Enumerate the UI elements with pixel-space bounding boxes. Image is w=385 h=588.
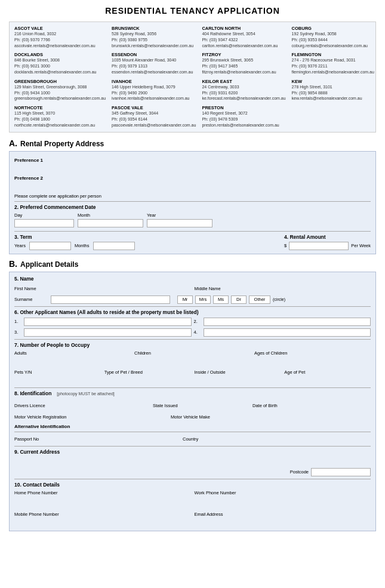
per-week-label: Per Week <box>351 243 371 248</box>
office-flemington: FLEMINGTON 274 - 276 Racecourse Road, 30… <box>289 51 377 76</box>
office-ascot-vale: ASCOT VALE 216 Union Road, 3032 Ph: (03)… <box>12 24 108 50</box>
month-label: Month <box>78 213 143 218</box>
ages-of-children-label: Ages of Children <box>254 350 371 356</box>
postcode-input[interactable] <box>311 468 371 476</box>
work-phone-label: Work Phone Number <box>195 490 371 495</box>
office-docklands: DOCKLANDS 846 Bourke Street, 3008 Ph: (0… <box>12 51 108 76</box>
other-name-1-input[interactable] <box>24 318 192 326</box>
office-keilor-east: KEILOR EAST 24 Centreway, 3033 Ph: (03) … <box>199 78 288 103</box>
rental-amount-input[interactable] <box>289 242 349 250</box>
day-input[interactable] <box>14 219 74 227</box>
id-title: 8. Identification <box>14 390 51 396</box>
ages-of-children-input[interactable] <box>254 357 371 366</box>
salutation-dr[interactable]: Dr <box>231 295 247 304</box>
other-name-3-input[interactable] <box>24 328 192 337</box>
pets-yn-input[interactable] <box>14 376 101 385</box>
salutation-mr[interactable]: Mr <box>177 295 193 304</box>
office-carlton-north: CARLTON NORTH 404 Rathdowne Street, 3054… <box>199 24 288 50</box>
section-a-form: Preference 1 Preference 2 Please complet… <box>9 151 376 254</box>
other-name-3-label: 3. <box>14 330 21 335</box>
office-greensborough: GREENSBOROUGH 129 Main Street, Greensbor… <box>12 78 108 103</box>
year-input[interactable] <box>147 219 212 227</box>
age-of-pet-input[interactable] <box>284 376 371 385</box>
months-input[interactable] <box>93 242 135 250</box>
section-b-form: 5. Name First Name Middle Name Surname M… <box>9 272 376 531</box>
first-name-label: First Name <box>14 286 47 291</box>
mobile-input[interactable] <box>14 518 191 527</box>
children-label: Children <box>134 350 251 356</box>
salutation-other[interactable]: Other <box>249 295 270 304</box>
salutation-mrs[interactable]: Mrs <box>195 295 211 304</box>
current-address-input[interactable] <box>14 457 371 466</box>
office-coburg: COBURG 192 Sydney Road, 3058 Ph: (03) 93… <box>289 24 377 50</box>
name-title: 5. Name <box>14 276 371 282</box>
email-label: Email Address <box>195 512 371 517</box>
middle-name-input[interactable] <box>231 284 371 293</box>
drivers-licence-input[interactable] <box>72 401 149 410</box>
surname-input[interactable] <box>51 295 170 304</box>
contact-title: 10. Contact Details <box>14 482 371 488</box>
other-names-title: 6. Other Applicant Names (All adults to … <box>14 309 371 315</box>
motor-vehicle-make-input[interactable] <box>214 412 371 421</box>
adults-input[interactable] <box>14 357 131 366</box>
photocopy-note: [photocopy MUST be attached] <box>57 392 114 396</box>
day-label: Day <box>14 213 74 218</box>
other-name-2-input[interactable] <box>204 318 371 326</box>
term-title: 3. Term <box>14 234 135 240</box>
month-input[interactable] <box>78 219 143 227</box>
state-issued-label: State Issued <box>153 403 186 408</box>
pet-type-input[interactable] <box>104 376 191 385</box>
home-phone-input[interactable] <box>14 497 191 506</box>
office-pascoe-vale: PASCOE VALE 345 Gaffney Street, 3044 Ph:… <box>109 104 198 129</box>
inside-outside-label: Inside / Outside <box>195 370 281 375</box>
date-of-birth-label: Date of Birth <box>252 403 285 408</box>
alt-id-label: Alternative Identification <box>14 424 371 429</box>
currency-symbol: $ <box>284 243 287 248</box>
office-essendon: ESSENDON 1035 Mount Alexander Road, 3040… <box>109 51 198 76</box>
office-empty <box>289 104 377 129</box>
pref1-label: Preference 1 <box>14 158 371 163</box>
state-issued-input[interactable] <box>189 401 249 410</box>
office-fitzroy: FITZROY 295 Brunswick Street, 3065 Ph: (… <box>199 51 288 76</box>
work-phone-input[interactable] <box>195 497 371 506</box>
country-input[interactable] <box>219 435 371 444</box>
passport-label: Passport No <box>14 436 68 442</box>
home-phone-label: Home Phone Number <box>14 490 191 495</box>
application-note: Please complete one application per pers… <box>14 193 371 199</box>
email-input[interactable] <box>195 518 371 527</box>
office-ivanhoe: IVANHOE 146 Upper Heidelberg Road, 3079 … <box>109 78 198 103</box>
salutation-ms[interactable]: Ms <box>213 295 229 304</box>
motor-vehicle-reg-input[interactable] <box>72 412 167 421</box>
pref2-label: Preference 2 <box>14 176 371 181</box>
people-title: 7. Number of People to Occupy <box>14 342 371 348</box>
pets-yn-label: Pets Y/N <box>14 370 101 375</box>
office-grid: ASCOT VALE 216 Union Road, 3032 Ph: (03)… <box>9 21 376 133</box>
pet-type-label: Type of Pet / Breed <box>104 370 191 375</box>
country-label: Country <box>183 436 215 442</box>
children-input[interactable] <box>134 357 251 366</box>
office-brunswick: BRUNSWICK 528 Sydney Road, 3056 Ph: (03)… <box>109 24 198 50</box>
year-label: Year <box>147 213 212 218</box>
commencement-date-title: 2. Preferred Commencement Date <box>14 204 371 210</box>
age-of-pet-label: Age of Pet <box>284 370 371 375</box>
surname-label: Surname <box>14 297 47 302</box>
pref2-input[interactable] <box>14 182 371 191</box>
middle-name-label: Middle Name <box>195 286 227 291</box>
months-label: Months <box>75 243 90 248</box>
inside-outside-input[interactable] <box>195 376 281 385</box>
mobile-label: Mobile Phone Number <box>14 512 191 517</box>
passport-input[interactable] <box>72 435 179 444</box>
current-address-title: 9. Current Address <box>14 449 371 455</box>
other-name-4-input[interactable] <box>204 328 371 337</box>
years-input[interactable] <box>29 242 71 250</box>
office-preston: PRESTON 140 Regent Street, 3072 Ph: (03)… <box>199 104 288 129</box>
pref1-input[interactable] <box>14 164 371 173</box>
first-name-input[interactable] <box>51 284 191 293</box>
date-of-birth-input[interactable] <box>289 401 371 410</box>
circle-note: (circle) <box>273 297 285 301</box>
office-northcote: NORTHCOTE 115 High Street, 3070 Ph: (03)… <box>12 104 108 129</box>
motor-vehicle-reg-label: Motor Vehicle Registration <box>14 414 68 420</box>
page-title: RESIDENTIAL TENANCY APPLICATION <box>9 6 376 16</box>
office-kew: KEW 278 High Street, 3101 Ph: (03) 9854 … <box>289 78 377 103</box>
other-name-4-label: 4. <box>194 330 201 335</box>
